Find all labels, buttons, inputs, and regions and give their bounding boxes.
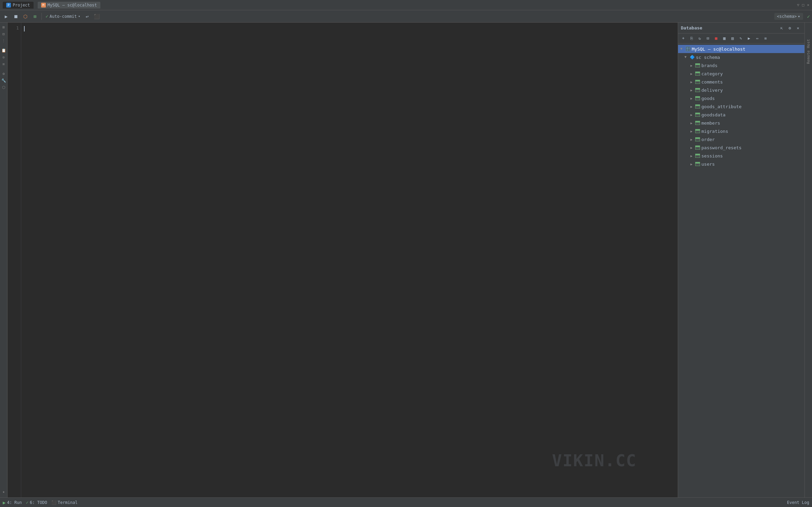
left-icon-9[interactable]: ⬡ [1,84,7,90]
db-duplicate-btn[interactable]: ⎘ [688,35,695,42]
terminal-bottom-item[interactable]: ⬛ Terminal [51,500,78,505]
autocommit-dropdown[interactable]: ▾ [78,14,80,18]
table-icon-members [695,120,700,126]
remote-host-tab[interactable]: Remote Host [805,36,812,67]
run-btn[interactable]: ▶ [2,12,10,21]
left-icon-4[interactable]: 📋 [1,47,7,53]
minimize-btn[interactable]: ▽ [797,3,799,7]
left-icon-1[interactable]: ⊞ [1,24,7,30]
table-label-goodsdata: goodsdata [701,112,725,117]
table-label-goods: goods [701,96,715,101]
close-btn[interactable]: ✕ [807,3,809,7]
db-column-btn[interactable]: ▤ [729,35,736,42]
tree-schema[interactable]: ▶ 🔷 sc schema [678,53,804,61]
tree-connection[interactable]: ▶ MySQL – sc@localhost [678,45,804,53]
tree-table-migrations[interactable]: ▶ migrations [678,127,804,135]
left-icon-10[interactable]: ★ [1,489,7,495]
maximize-btn[interactable]: □ [802,3,804,7]
line-number-1: 1 [10,25,19,30]
table-icon-goods-attribute [695,104,700,109]
db-close-btn[interactable]: ✕ [794,24,802,32]
db-sql-btn[interactable]: ✎ [737,35,745,42]
line-numbers: 1 [8,23,21,497]
db-stop-btn[interactable]: ■ [712,35,720,42]
connection-icon [685,46,691,52]
left-icon-2[interactable]: ⊟ [1,31,7,37]
tree-table-category[interactable]: ▶ category [678,69,804,78]
tab-mysql[interactable]: M MySQL – sc@localhost [38,2,101,9]
todo-bottom-item[interactable]: ✓ 6: TODO [26,500,47,505]
tree-table-users[interactable]: ▶ users [678,160,804,168]
autocommit-text: Auto-commit [50,14,77,19]
db-table-btn[interactable]: ▦ [721,35,728,42]
tree-table-brands[interactable]: ▶ brands [678,61,804,69]
tree-table-password-resets[interactable]: ▶ password_resets [678,143,804,152]
left-icon-6[interactable]: ≡ [1,61,7,67]
table-icon-brands [695,63,700,68]
tree-table-sessions[interactable]: ▶ sessions [678,152,804,160]
table-icon-users [695,161,700,167]
table-label-password-resets: password_resets [701,145,741,150]
db-add-btn[interactable]: + [679,35,687,42]
table-icon-goodsdata [695,112,700,117]
db-expand-btn[interactable]: ⇱ [778,24,785,32]
schema-selector[interactable]: <schema> ▾ [774,13,803,20]
db-icon-btn[interactable]: ⊞ [31,12,39,21]
left-icon-5[interactable]: ⊙ [1,54,7,60]
event-log-item[interactable]: Event Log [787,500,809,505]
check-icon: ✓ [46,14,48,19]
db-toolbar: + ⎘ ↻ ⊟ ■ ▦ ▤ ✎ ▶ ⇔ ≡ [678,34,804,43]
project-tab-label: Project [13,3,30,8]
schema-chevron: ▾ [798,14,800,19]
undo-btn[interactable]: ↩ [83,12,91,21]
tree-table-goods[interactable]: ▶ goods [678,94,804,102]
connection-arrow: ▶ [679,47,684,51]
table-label-sessions: sessions [701,153,723,159]
table-arrow-sessions: ▶ [689,153,694,158]
db-panel-header: Database ⇱ ⚙ ✕ [678,23,804,34]
project-tab-icon: P [6,3,11,8]
tree-table-delivery[interactable]: ▶ delivery [678,86,804,94]
schema-icon: 🔷 [689,54,695,60]
db-refresh-btn[interactable]: ↻ [696,35,703,42]
tree-table-goods-attribute[interactable]: ▶ goods_attribute [678,102,804,111]
redo-btn[interactable]: ⬛ [92,12,101,21]
cursor-line [24,25,675,32]
tree-table-members[interactable]: ▶ members [678,119,804,127]
table-arrow-order: ▶ [689,137,694,142]
left-icon-3[interactable]: ⋮ [1,38,7,44]
table-label-order: order [701,137,715,142]
db-schema-compare-btn[interactable]: ⇔ [753,35,761,42]
tree-table-order[interactable]: ▶ order [678,135,804,143]
schema-label: sc schema [696,55,720,60]
table-icon-delivery [695,87,700,93]
run-label: 4: Run [7,500,22,505]
db-tree[interactable]: ▶ MySQL – sc@localhost ▶ 🔷 sc schema ▶ b… [678,43,804,497]
table-label-users: users [701,162,715,167]
tab-project[interactable]: P Project [3,2,34,9]
left-icon-8[interactable]: 🔧 [1,77,7,84]
run-bottom-item[interactable]: ▶ 4: Run [3,500,22,505]
commit-btn[interactable]: ⬡ [21,12,29,21]
table-arrow-users: ▶ [689,162,694,166]
db-more-btn[interactable]: ≡ [762,35,769,42]
table-arrow-brands: ▶ [689,63,694,68]
table-arrow-members: ▶ [689,121,694,125]
terminal-icon: ⬛ [51,500,57,505]
main-content: ⊞ ⊟ ⋮ 📋 ⊙ ≡ ⚙ 🔧 ⬡ ★ 1 VIKIN.CC Database … [0,23,812,497]
bottom-bar: ▶ 4: Run ✓ 6: TODO ⬛ Terminal Event Log [0,497,812,507]
db-run-btn[interactable]: ▶ [745,35,753,42]
left-icon-7[interactable]: ⚙ [1,71,7,77]
editor-area[interactable]: 1 VIKIN.CC [8,23,678,497]
table-arrow-migrations: ▶ [689,129,694,134]
terminal-label: Terminal [58,500,78,505]
db-settings-btn[interactable]: ⚙ [786,24,794,32]
bottom-right: Event Log [787,500,809,505]
editor-content[interactable] [21,23,678,497]
table-arrow-category: ▶ [689,71,694,76]
tree-table-comments[interactable]: ▶ comments [678,78,804,86]
stop-btn[interactable]: ⏹ [12,12,20,21]
db-filter-btn[interactable]: ⊟ [704,35,712,42]
db-panel: Database ⇱ ⚙ ✕ + ⎘ ↻ ⊟ ■ ▦ ▤ ✎ ▶ ⇔ ≡ ▶ [678,23,804,497]
tree-table-goodsdata[interactable]: ▶ goodsdata [678,111,804,119]
